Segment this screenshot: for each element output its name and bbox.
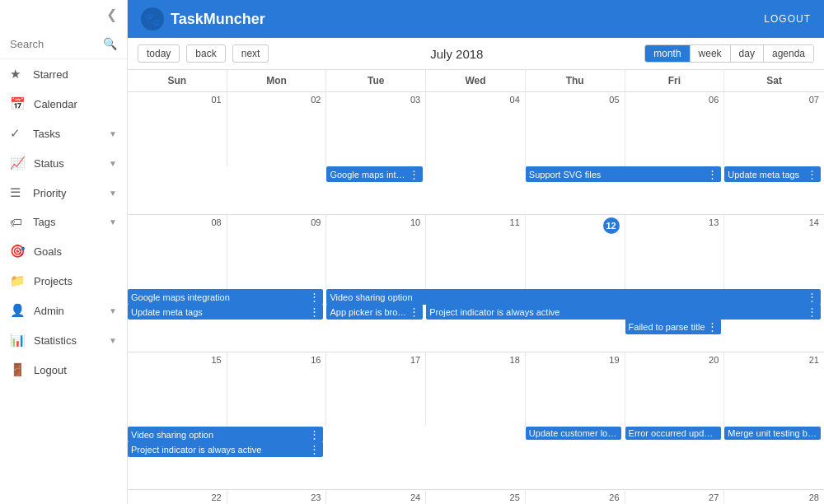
- calendar-day-cell[interactable]: 12: [526, 215, 625, 289]
- day-number: 18: [510, 355, 520, 373]
- chevron-icon: ▼: [109, 336, 117, 345]
- calendar-day-cell[interactable]: 14: [724, 215, 824, 289]
- sidebar-item-label: Tags: [33, 216, 101, 228]
- calendar-day-cell[interactable]: 15: [128, 352, 227, 427]
- calendar-day-cell[interactable]: 05: [526, 92, 625, 166]
- calendar-event[interactable]: Update meta tags⋮: [724, 166, 820, 182]
- event-menu-icon[interactable]: ⋮: [707, 320, 718, 333]
- logout-button[interactable]: LOGOUT: [764, 13, 811, 25]
- calendar-event[interactable]: Project indicator is always active⋮: [426, 304, 821, 320]
- view-agenda-button[interactable]: agenda: [764, 45, 813, 62]
- day-number: 25: [510, 492, 520, 504]
- calendar-day-cell[interactable]: 07: [724, 92, 824, 166]
- view-day-button[interactable]: day: [731, 45, 764, 62]
- calendar-day-cell[interactable]: 03: [326, 92, 426, 166]
- event-menu-icon[interactable]: ⋮: [807, 306, 817, 318]
- sidebar-item-calendar[interactable]: 📅 Calendar: [0, 89, 127, 119]
- event-label: Support SVG files: [529, 170, 705, 180]
- today-number: 12: [603, 217, 620, 234]
- event-label: Project indicator is always active: [429, 307, 805, 317]
- logout-icon: 🚪: [10, 362, 26, 377]
- event-menu-icon[interactable]: ⋮: [807, 168, 817, 180]
- calendar-week-3: 22232425262728Conduct marketing research…: [128, 490, 824, 504]
- calendar-event[interactable]: Google maps integration⋮: [128, 289, 323, 305]
- event-menu-icon[interactable]: ⋮: [807, 291, 817, 303]
- calendar-day-cell[interactable]: 23: [227, 490, 327, 504]
- sidebar-item-projects[interactable]: 📁 Projects: [0, 266, 127, 296]
- calendar-header: SunMonTueWedThuFriSat: [128, 70, 824, 92]
- search-input[interactable]: [10, 38, 100, 50]
- event-menu-icon[interactable]: ⋮: [309, 428, 320, 441]
- calendar-day-cell[interactable]: 08: [128, 215, 227, 289]
- calendar-event[interactable]: Video sharing option⋮: [326, 289, 820, 305]
- day-number: 04: [510, 95, 520, 113]
- event-menu-icon[interactable]: ⋮: [309, 443, 320, 455]
- calendar-day-cell[interactable]: 02: [227, 92, 327, 166]
- event-menu-icon[interactable]: ⋮: [409, 168, 419, 180]
- sidebar-nav: ★ Starred 📅 Calendar ✓ Tasks ▼ 📈 Status …: [0, 59, 127, 385]
- day-number: 07: [809, 95, 819, 113]
- calendar-event[interactable]: Video sharing option⋮: [128, 427, 323, 442]
- app-logo: 🐾 TaskMuncher: [141, 7, 265, 30]
- sidebar-item-label: Priority: [33, 187, 101, 199]
- view-month-button[interactable]: month: [645, 45, 690, 62]
- calendar-day-cell[interactable]: 06: [625, 92, 725, 166]
- calendar-day-cell[interactable]: 09: [227, 215, 327, 289]
- calendar-day-cell[interactable]: 10: [326, 215, 426, 289]
- calendar-day-cell[interactable]: 17: [326, 352, 426, 427]
- event-menu-icon[interactable]: ⋮: [707, 168, 718, 180]
- calendar-day-cell[interactable]: 27: [625, 490, 725, 504]
- sidebar-item-starred[interactable]: ★ Starred: [0, 59, 127, 89]
- view-week-button[interactable]: week: [691, 45, 731, 62]
- sidebar-collapse-button[interactable]: ❮: [0, 0, 127, 29]
- sidebar-item-tasks[interactable]: ✓ Tasks ▼: [0, 119, 127, 148]
- topbar: 🐾 TaskMuncher LOGOUT: [128, 0, 824, 38]
- calendar-event[interactable]: Error occurred updating: [625, 427, 721, 440]
- calendar-day-cell[interactable]: 26: [526, 490, 625, 504]
- sidebar-item-admin[interactable]: 👤 Admin ▼: [0, 296, 127, 325]
- sidebar-item-status[interactable]: 📈 Status ▼: [0, 148, 127, 178]
- sidebar-item-priority[interactable]: ☰ Priority ▼: [0, 178, 127, 208]
- calendar-day-cell[interactable]: 19: [526, 352, 625, 427]
- day-number: 13: [709, 217, 719, 236]
- event-menu-icon[interactable]: ⋮: [309, 306, 320, 318]
- calendar-day-cell[interactable]: 16: [227, 352, 327, 427]
- calendar-day-cell[interactable]: 24: [326, 490, 426, 504]
- sidebar-item-statistics[interactable]: 📊 Statistics ▼: [0, 325, 127, 355]
- calendar-day-cell[interactable]: 11: [426, 215, 526, 289]
- calendar-event[interactable]: Project indicator is always active⋮: [128, 441, 323, 457]
- calendar-day-cell[interactable]: 25: [426, 490, 526, 504]
- admin-icon: 👤: [10, 303, 26, 318]
- event-label: App picker is broken: [330, 307, 406, 317]
- day-number: 19: [609, 355, 619, 373]
- calendar-day-cell[interactable]: 01: [128, 92, 227, 166]
- calendar-day-cell[interactable]: 04: [426, 92, 526, 166]
- calendar-event[interactable]: Google maps integration⋮: [326, 166, 422, 182]
- back-button[interactable]: back: [186, 44, 225, 63]
- sidebar-item-logout[interactable]: 🚪 Logout: [0, 355, 127, 385]
- calendar-event[interactable]: Support SVG files⋮: [526, 166, 721, 182]
- calendar-week-0: 01020304050607Google maps integration⋮Su…: [128, 92, 824, 215]
- calendar-event[interactable]: Update customer logos: [526, 427, 621, 440]
- calendar-event[interactable]: Merge unit testing bran: [724, 427, 820, 440]
- event-menu-icon[interactable]: ⋮: [309, 291, 320, 303]
- sidebar-item-tags[interactable]: 🏷 Tags ▼: [0, 208, 127, 236]
- calendar-day-cell[interactable]: 20: [625, 352, 725, 427]
- calendar-day-cell[interactable]: 21: [724, 352, 824, 427]
- calendar-day-cell[interactable]: 28: [724, 490, 824, 504]
- calendar-day-cell[interactable]: 22: [128, 490, 227, 504]
- event-label: Project indicator is always active: [131, 445, 307, 455]
- calendar-event[interactable]: Failed to parse title⋮: [625, 319, 721, 334]
- calendar-day-cell[interactable]: 13: [625, 215, 725, 289]
- event-label: Google maps integration: [131, 292, 307, 302]
- calendar-day-cell[interactable]: 18: [426, 352, 526, 427]
- event-menu-icon[interactable]: ⋮: [409, 306, 419, 318]
- today-button[interactable]: today: [138, 44, 180, 63]
- calendar-event[interactable]: App picker is broken⋮: [326, 304, 422, 320]
- sidebar-item-label: Statistics: [34, 334, 101, 347]
- next-button[interactable]: next: [232, 44, 269, 63]
- sidebar-item-goals[interactable]: 🎯 Goals: [0, 236, 127, 266]
- calendar-event[interactable]: Update meta tags⋮: [128, 304, 323, 320]
- calendar-icon: 📅: [10, 96, 26, 111]
- priority-icon: ☰: [10, 185, 25, 200]
